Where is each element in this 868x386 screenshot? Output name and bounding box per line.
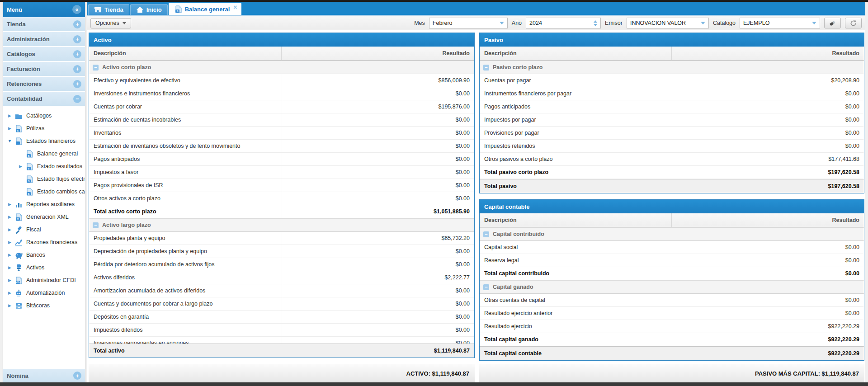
options-button[interactable]: Opciones [90,18,131,28]
balance-row-amortizacion-acumulada-de-activos-diferidos[interactable]: Amortizacion acumulada de activos diferi… [89,284,474,297]
sidebar-item-retenciones[interactable]: Retenciones+ [3,77,85,91]
balance-row-otras-cuentas-de-capital[interactable]: Otras cuentas de capital$0.00 [480,294,864,307]
balance-row-impuestos-por-pagar[interactable]: Impuestos por pagar$0.00 [480,113,864,127]
balance-row-total-activo-corto-plazo[interactable]: Total activo corto plazo$1,051,885.90 [89,205,474,218]
sidebar-item-facturacion[interactable]: Facturación+ [3,62,85,76]
balance-row-total-capital-ganado[interactable]: Total capital ganado$922,220.29 [480,333,864,346]
balance-row-reserva-legal[interactable]: Reserva legal$0.00 [480,254,864,267]
column-header-resultado[interactable]: Resultado [672,47,864,60]
collapse-circle-icon[interactable]: − [73,95,81,103]
balance-row-impuestos-diferidos[interactable]: Impuestos diferidos$0.00 [89,324,474,337]
tree-item-estado-flujos-efectiv[interactable]: sEstado flujos efectiv [3,173,85,185]
refresh-button[interactable] [845,18,862,28]
collapse-group-icon[interactable]: − [93,65,99,71]
balance-row-activos-diferidos[interactable]: Activos diferidos$2,222.77 [89,271,474,284]
balance-row-cuentas-y-documentos-por-cobrar-a-largo-plazo[interactable]: Cuentas y documentos por cobrar a largo … [89,297,474,311]
expand-circle-icon[interactable]: + [73,372,81,380]
balance-row-estimacion-de-cuentas-incobrables[interactable]: Estimación de cuentas incobrables$0.00 [89,113,474,127]
chevron-collapsed-icon[interactable]: ▶ [7,227,13,232]
group-row-pasivo-corto-plazo[interactable]: −Pasivo corto plazo [480,61,864,74]
collapse-group-icon[interactable]: − [483,65,489,71]
tree-item-administrador-cfdi[interactable]: ▶<>Administrador CFDI [3,274,85,287]
sidebar-item-administracion[interactable]: Administración+ [3,32,85,46]
balance-row-pagos-anticipados[interactable]: Pagos anticipados$0.00 [480,100,864,113]
balance-row-resultado-ejercicio-anterior[interactable]: Resultado ejercicio anterior$0.00 [480,307,864,320]
tree-item-bancos[interactable]: ▶Bancos [3,249,85,261]
balance-row-impuestos-retenidos[interactable]: Impuestos retenidos$0.00 [480,140,864,153]
balance-row-total-capital-contribuido[interactable]: Total capital contribuido$0.00 [480,267,864,280]
sidebar-item-catalogos[interactable]: Catálogos+ [3,47,85,61]
balance-row-propiedades-planta-y-equipo[interactable]: Propiedades planta y equipo$65,732.20 [89,232,474,245]
balance-row-capital-social[interactable]: Capital social$0.00 [480,241,864,254]
tree-item-estados-financieros[interactable]: ▼~Estados financieros [3,135,85,147]
catalogo-select[interactable]: EJEMPLO [740,18,820,28]
chevron-expanded-icon[interactable]: ▼ [7,139,13,143]
spinner-arrows-icon[interactable] [594,20,597,26]
chevron-collapsed-icon[interactable]: ▶ [7,303,13,308]
close-icon[interactable]: × [233,4,237,10]
balance-row-inventarios[interactable]: Inventarios$0.00 [89,127,474,140]
tree-item-polizas[interactable]: ▶sPólizas [3,122,85,135]
sidebar-item-nomina[interactable]: Nómina+ [3,369,85,382]
balance-row-provisiones-por-pagar[interactable]: Provisiones por pagar$0.00 [480,127,864,140]
tree-item-automatizacion[interactable]: ▶Automatización [3,287,85,299]
tree-item-estado-resultados[interactable]: ▶sEstado resultados [3,160,85,173]
tree-item-estado-cambios-cap[interactable]: sEstado cambios cap [3,185,85,198]
balance-row-pagos-provisionales-de-isr[interactable]: Pagos provisionales de ISR$0.00 [89,179,474,192]
balance-row-total-pasivo-corto-plazo[interactable]: Total pasivo corto plazo$197,620.58 [480,166,864,179]
chevron-collapsed-icon[interactable]: ▶ [7,113,13,118]
balance-row-cuentas-por-cobrar[interactable]: Cuentas por cobrar$195,876.00 [89,100,474,113]
tree-item-generacion-xml[interactable]: ▶xGeneración XML [3,211,85,223]
column-header-descripcion[interactable]: Descripción [89,47,282,60]
group-row-activo-corto-plazo[interactable]: −Activo corto plazo [89,61,474,74]
balance-row-cuentas-por-pagar[interactable]: Cuentas por pagar$20,208.90 [480,74,864,87]
sidebar-item-contabilidad[interactable]: Contabilidad− [3,92,85,106]
balance-row-otros-pasivos-a-corto-plazo[interactable]: Otros pasivos a corto plazo$177,411.68 [480,153,864,166]
balance-row-resultado-ejercicio[interactable]: Resultado ejercicio$922,220.29 [480,320,864,333]
collapse-group-icon[interactable]: − [483,231,489,237]
sidebar-item-tienda[interactable]: Tienda+ [3,17,85,31]
column-header-descripcion[interactable]: Descripción [480,213,672,227]
group-row-capital-contribuido[interactable]: −Capital contribuido [480,227,864,241]
tree-item-reportes-auxiliares[interactable]: ▶Reportes auxiliares [3,198,85,211]
expand-circle-icon[interactable]: + [73,80,81,88]
chevron-collapsed-icon[interactable]: ▶ [7,215,13,219]
balance-row-depositos-en-garantia[interactable]: Depósitos en garantía$0.00 [89,311,474,324]
balance-row-efectivo-y-equivalentes-de-efectivo[interactable]: Efectivo y equivalentes de efectivo$856,… [89,74,474,87]
tree-item-bitacoras[interactable]: ▶Bitácoras [3,299,85,312]
column-header-descripcion[interactable]: Descripción [480,47,672,60]
balance-row-instrumentos-financieros-por-pagar[interactable]: Instrumentos financieros por pagar$0.00 [480,87,864,100]
chevron-collapsed-icon[interactable]: ▶ [7,291,13,295]
chevron-collapsed-icon[interactable]: ▶ [18,164,24,169]
column-header-resultado[interactable]: Resultado [672,213,864,227]
tree-item-razones-financieras[interactable]: ▶Razones financieras [3,236,85,249]
balance-row-impuestos-a-favor[interactable]: Impuestos a favor$0.00 [89,166,474,179]
balance-row-otros-activos-a-corto-plazo[interactable]: Otros activos a corto plazo$0.00 [89,192,474,205]
balance-row-inversiones-e-instrumentos-financieros[interactable]: Inversiones e instrumentos financieros$0… [89,87,474,100]
balance-row-perdida-por-deterioro-acumulado-de-activos-fijos[interactable]: Pérdida por deterioro acumulado de activ… [89,258,474,271]
balance-row-depreciacion-de-propiedades-planta-y-equipo[interactable]: Depreciación de propiedades planta y equ… [89,245,474,258]
sidebar-collapse-icon[interactable]: « [72,5,81,14]
tab-balance-general[interactable]: sBalance general× [169,3,241,15]
chevron-collapsed-icon[interactable]: ▶ [7,265,13,270]
chevron-collapsed-icon[interactable]: ▶ [7,240,13,245]
group-row-capital-ganado[interactable]: −Capital ganado [480,280,864,294]
chevron-collapsed-icon[interactable]: ▶ [7,202,13,207]
chevron-collapsed-icon[interactable]: ▶ [7,253,13,257]
tree-item-catalogos[interactable]: ▶Catálogos [3,109,85,122]
balance-row-pagos-anticipados[interactable]: Pagos anticipados$0.00 [89,153,474,166]
eraser-button[interactable] [824,18,841,28]
tree-item-activos[interactable]: ▶Activos [3,261,85,274]
tree-item-fiscal[interactable]: ▶Fiscal [3,223,85,236]
ano-spinner[interactable]: 2024 [526,18,601,28]
expand-circle-icon[interactable]: + [73,20,81,28]
balance-row-estimacion-de-inventarios-obsoletos-y-de-lento-movimiento[interactable]: Estimación de inventarios obsoletos y de… [89,140,474,153]
expand-circle-icon[interactable]: + [73,35,81,43]
column-header-resultado[interactable]: Resultado [282,47,474,60]
mes-select[interactable]: Febrero [429,18,508,28]
tab-tienda[interactable]: Tienda [88,4,129,15]
expand-circle-icon[interactable]: + [73,50,81,58]
collapse-group-icon[interactable]: − [93,222,99,228]
chevron-collapsed-icon[interactable]: ▶ [7,126,13,131]
expand-circle-icon[interactable]: + [73,65,81,73]
